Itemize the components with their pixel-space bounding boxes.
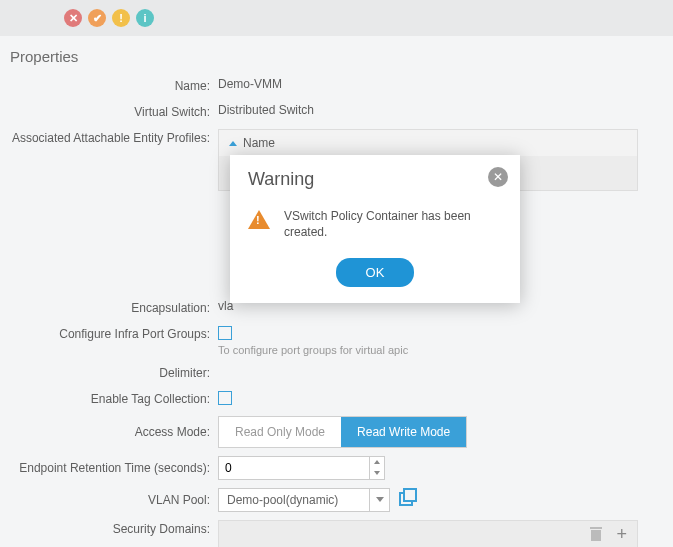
name-label: Name: bbox=[0, 77, 216, 95]
virtual-switch-label: Virtual Switch: bbox=[0, 103, 216, 121]
aep-name-col: Name bbox=[243, 136, 275, 150]
endpoint-retention-label: Endpoint Retention Time (seconds): bbox=[0, 459, 216, 477]
read-only-mode-button[interactable]: Read Only Mode bbox=[219, 417, 341, 447]
tag-collection-checkbox[interactable] bbox=[218, 391, 232, 405]
stepper-up-icon[interactable] bbox=[370, 457, 384, 468]
vlan-pool-value: Demo-pool(dynamic) bbox=[219, 489, 369, 511]
read-write-mode-button[interactable]: Read Write Mode bbox=[341, 417, 466, 447]
vlan-pool-label: VLAN Pool: bbox=[0, 491, 216, 509]
name-value: Demo-VMM bbox=[216, 77, 673, 91]
endpoint-retention-input[interactable] bbox=[219, 457, 369, 479]
sort-asc-icon bbox=[229, 141, 237, 146]
access-mode-toggle: Read Only Mode Read Write Mode bbox=[218, 416, 467, 448]
tag-collection-label: Enable Tag Collection: bbox=[0, 390, 216, 408]
top-toolbar: ✕ ✔ ! i bbox=[0, 0, 673, 36]
properties-heading: Properties bbox=[0, 36, 673, 73]
critical-filter-icon[interactable]: ✔ bbox=[88, 9, 106, 27]
security-domains-toolbar: + bbox=[218, 520, 638, 547]
ok-button[interactable]: OK bbox=[336, 258, 415, 287]
virtual-switch-value: Distributed Switch bbox=[216, 103, 673, 117]
delimiter-label: Delimiter: bbox=[0, 364, 216, 382]
warning-dialog: Warning ✕ VSwitch Policy Container has b… bbox=[230, 155, 520, 303]
infra-port-groups-checkbox[interactable] bbox=[218, 326, 232, 340]
aep-label: Associated Attachable Entity Profiles: bbox=[0, 129, 216, 147]
stepper-down-icon[interactable] bbox=[370, 468, 384, 479]
warning-icon bbox=[248, 210, 270, 229]
access-mode-label: Access Mode: bbox=[0, 423, 216, 441]
trash-icon[interactable] bbox=[590, 527, 602, 541]
close-icon[interactable]: ✕ bbox=[488, 167, 508, 187]
plus-icon[interactable]: + bbox=[616, 527, 627, 541]
info-filter-icon[interactable]: i bbox=[136, 9, 154, 27]
chevron-down-icon[interactable] bbox=[369, 489, 389, 511]
error-filter-icon[interactable]: ✕ bbox=[64, 9, 82, 27]
infra-port-groups-hint: To configure port groups for virtual api… bbox=[218, 340, 673, 356]
infra-port-groups-label: Configure Infra Port Groups: bbox=[0, 325, 216, 343]
aep-column-header[interactable]: Name bbox=[219, 130, 637, 156]
security-domains-label: Security Domains: bbox=[0, 520, 216, 538]
encapsulation-label: Encapsulation: bbox=[0, 299, 216, 317]
dialog-title: Warning bbox=[248, 169, 502, 190]
open-link-icon[interactable] bbox=[399, 488, 415, 504]
warning-filter-icon[interactable]: ! bbox=[112, 9, 130, 27]
vlan-pool-select[interactable]: Demo-pool(dynamic) bbox=[218, 488, 390, 512]
endpoint-retention-field bbox=[218, 456, 385, 480]
dialog-message: VSwitch Policy Container has been create… bbox=[284, 208, 502, 240]
